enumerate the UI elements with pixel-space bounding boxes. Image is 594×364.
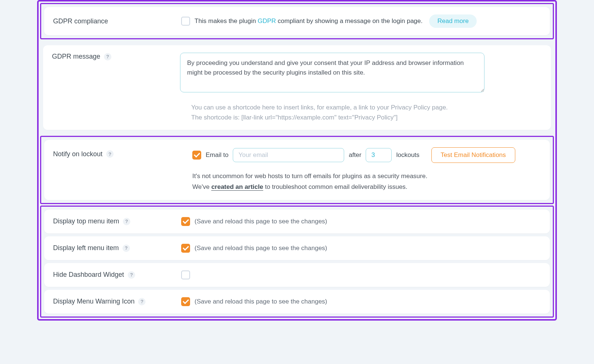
notify-checkbox[interactable] (192, 151, 201, 160)
row-gdpr-message: GDPR message ? You can use a shortcode h… (43, 45, 551, 130)
help-icon[interactable]: ? (138, 298, 146, 305)
text: to troubleshoot common email deliverabil… (263, 183, 407, 190)
text: We've (192, 183, 211, 190)
gdpr-message-textarea[interactable] (180, 53, 484, 92)
display-warning-icon-checkbox[interactable] (181, 297, 190, 306)
read-more-button[interactable]: Read more (429, 14, 477, 28)
notify-label: Notify on lockout (53, 150, 102, 158)
help-icon[interactable]: ? (128, 271, 135, 279)
display-warning-icon-label: Display Menu Warning Icon (53, 298, 134, 305)
reload-note: (Save and reload this page to see the ch… (195, 298, 327, 305)
row-gdpr-compliance: GDPR compliance This makes the plugin GD… (44, 7, 550, 35)
display-left-menu-checkbox[interactable] (181, 244, 190, 253)
reload-note: (Save and reload this page to see the ch… (195, 218, 327, 225)
after-label: after (349, 151, 361, 159)
email-input[interactable] (233, 148, 344, 162)
text: This makes the plugin (195, 17, 258, 24)
text: compliant by showing a message on the lo… (276, 17, 422, 24)
created-article-link[interactable]: created an article (211, 183, 263, 191)
row-display-left-menu: Display left menu item ? (Save and reloa… (44, 236, 550, 260)
display-top-menu-label: Display top menu item (53, 217, 119, 225)
gdpr-message-label: GDPR message (52, 53, 100, 60)
help-icon[interactable]: ? (123, 218, 130, 225)
test-email-button[interactable]: Test Email Notifications (431, 147, 515, 163)
notify-description: It's not uncommon for web hosts to turn … (192, 171, 541, 193)
reload-note: (Save and reload this page to see the ch… (195, 245, 327, 252)
row-notify-lockout: Notify on lockout ? Email to after locko… (44, 140, 550, 200)
hint-line: The shortcode is: [llar-link url="https:… (191, 112, 542, 122)
lockouts-label: lockouts (396, 151, 419, 159)
lockouts-count-input[interactable] (366, 148, 392, 162)
display-top-menu-checkbox[interactable] (181, 217, 190, 226)
hint-line: You can use a shortcode here to insert l… (191, 102, 542, 112)
help-icon[interactable]: ? (123, 245, 130, 252)
row-display-warning-icon: Display Menu Warning Icon ? (Save and re… (44, 290, 550, 314)
desc-line: It's not uncommon for web hosts to turn … (192, 171, 541, 182)
display-left-menu-label: Display left menu item (53, 244, 119, 252)
gdpr-compliance-label: GDPR compliance (53, 17, 108, 25)
gdpr-link[interactable]: GDPR (258, 17, 276, 24)
gdpr-compliance-desc: This makes the plugin GDPR compliant by … (195, 17, 422, 25)
help-icon[interactable]: ? (106, 150, 114, 158)
gdpr-compliance-checkbox[interactable] (181, 17, 190, 26)
hide-dashboard-widget-checkbox[interactable] (181, 270, 190, 279)
hide-dashboard-widget-label: Hide Dashboard Widget (53, 271, 124, 279)
email-to-label: Email to (206, 151, 228, 159)
row-hide-dashboard-widget: Hide Dashboard Widget ? (44, 263, 550, 287)
row-display-top-menu: Display top menu item ? (Save and reload… (44, 210, 550, 233)
gdpr-message-hint: You can use a shortcode here to insert l… (191, 102, 542, 122)
help-icon[interactable]: ? (104, 53, 111, 60)
